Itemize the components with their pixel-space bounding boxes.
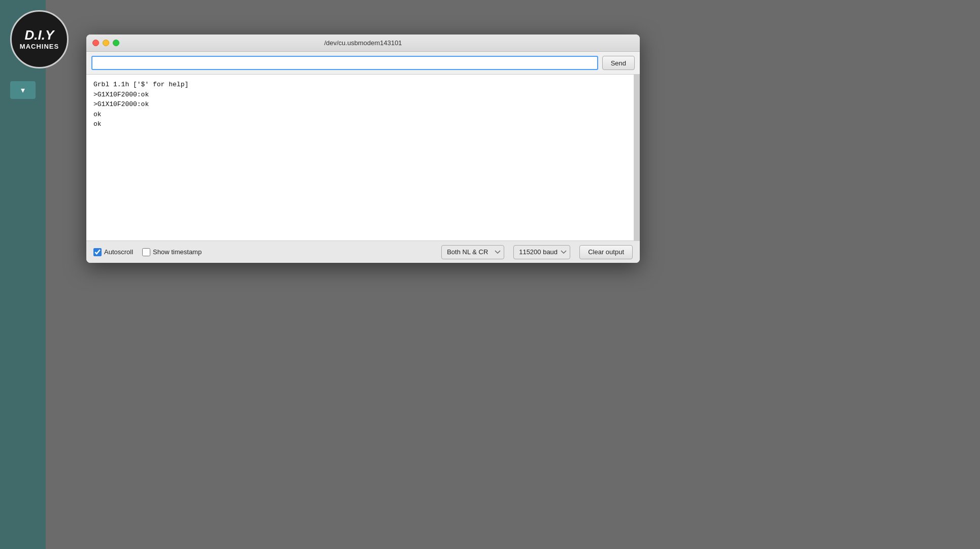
clear-output-button[interactable]: Clear output <box>579 245 633 259</box>
output-line: >G1X10F2000:ok <box>93 99 627 110</box>
sidebar-dropdown[interactable]: ▾ <box>10 81 36 99</box>
line-ending-select[interactable]: No line endingNewlineCarriage returnBoth… <box>441 245 504 259</box>
command-input[interactable] <box>91 56 598 70</box>
chevron-down-icon: ▾ <box>21 85 25 95</box>
autoscroll-checkbox[interactable] <box>93 248 102 256</box>
show-timestamp-text: Show timestamp <box>153 248 202 256</box>
send-button[interactable]: Send <box>602 56 635 70</box>
output-line: >G1X10F2000:ok <box>93 90 627 100</box>
logo-text: D.I.Y <box>25 28 54 42</box>
title-bar: /dev/cu.usbmodem143101 <box>86 35 640 52</box>
output-line: Grbl 1.1h ['$' for help] <box>93 80 627 90</box>
window-title: /dev/cu.usbmodem143101 <box>324 39 402 47</box>
baud-rate-select[interactable]: 300 baud1200 baud2400 baud4800 baud9600 … <box>513 245 570 259</box>
input-row: Send <box>86 52 640 75</box>
minimize-button[interactable] <box>103 40 109 46</box>
logo-subtext: machines <box>20 43 59 50</box>
output-line: ok <box>93 119 627 129</box>
show-timestamp-label[interactable]: Show timestamp <box>142 248 202 256</box>
output-area[interactable]: Grbl 1.1h ['$' for help]>G1X10F2000:ok>G… <box>86 75 640 241</box>
autoscroll-text: Autoscroll <box>104 248 133 256</box>
serial-monitor-window: /dev/cu.usbmodem143101 Send Grbl 1.1h ['… <box>86 35 640 263</box>
output-line: ok <box>93 110 627 120</box>
autoscroll-label[interactable]: Autoscroll <box>93 248 133 256</box>
logo: D.I.Y machines <box>10 10 69 68</box>
show-timestamp-checkbox[interactable] <box>142 248 150 256</box>
status-bar: Autoscroll Show timestamp No line ending… <box>86 241 640 263</box>
close-button[interactable] <box>92 40 99 46</box>
maximize-button[interactable] <box>113 40 119 46</box>
window-controls <box>92 40 119 46</box>
